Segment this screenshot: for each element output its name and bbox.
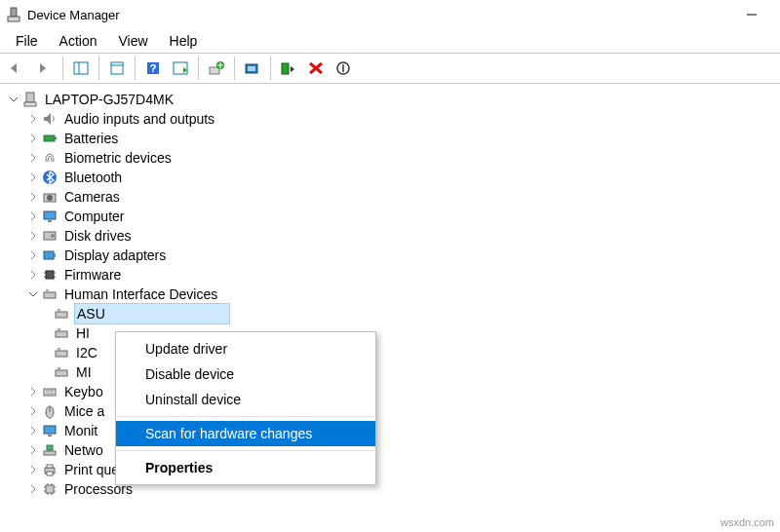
- svg-rect-52: [47, 445, 53, 450]
- camera-icon: [41, 189, 58, 205]
- svg-rect-43: [58, 367, 60, 370]
- device-label: ASU: [74, 303, 230, 324]
- category-label: Mice a: [62, 401, 106, 421]
- svg-rect-24: [48, 220, 52, 222]
- tree-category[interactable]: Firmware: [0, 265, 780, 285]
- category-label: Display adapters: [62, 246, 168, 265]
- display-adapter-icon: [41, 247, 58, 263]
- svg-rect-13: [248, 66, 255, 71]
- expand-icon[interactable]: [25, 189, 41, 205]
- mouse-icon: [41, 403, 58, 419]
- chip-icon: [41, 267, 58, 283]
- svg-point-26: [51, 234, 55, 238]
- properties-button[interactable]: [103, 55, 131, 82]
- audio-icon: [41, 111, 58, 127]
- expand-icon[interactable]: [25, 111, 41, 127]
- ctx-properties[interactable]: Properties: [116, 455, 375, 480]
- expand-icon[interactable]: [25, 170, 41, 185]
- expand-icon[interactable]: [25, 150, 41, 166]
- scan-hardware-button[interactable]: [239, 55, 266, 82]
- svg-rect-50: [48, 435, 52, 437]
- svg-rect-17: [24, 102, 36, 106]
- svg-rect-54: [47, 465, 53, 468]
- expand-icon[interactable]: [25, 403, 41, 419]
- bluetooth-icon: [41, 170, 58, 185]
- disk-icon: [41, 228, 58, 244]
- enable-device-button[interactable]: [275, 55, 302, 82]
- tree-category[interactable]: Biometric devices: [0, 148, 780, 168]
- minimize-button[interactable]: [729, 0, 774, 29]
- expand-icon[interactable]: [25, 131, 41, 146]
- tree-root[interactable]: LAPTOP-GJ57D4MK: [0, 90, 780, 109]
- expand-icon[interactable]: [25, 286, 41, 302]
- expand-icon[interactable]: [25, 462, 41, 477]
- svg-rect-38: [56, 331, 67, 337]
- ctx-separator: [118, 450, 373, 451]
- show-hide-tree-button[interactable]: [67, 55, 95, 82]
- menu-help[interactable]: Help: [160, 31, 208, 51]
- toolbar-separator: [62, 57, 63, 80]
- uninstall-device-button[interactable]: [302, 55, 330, 82]
- ctx-update-driver[interactable]: Update driver: [116, 336, 375, 361]
- tree-device-selected[interactable]: ASU: [0, 304, 780, 323]
- svg-rect-14: [282, 63, 289, 74]
- svg-rect-23: [44, 211, 56, 219]
- category-label: Biometric devices: [62, 148, 174, 168]
- svg-rect-39: [58, 328, 60, 331]
- titlebar: Device Manager: [0, 0, 780, 29]
- tree-root-label: LAPTOP-GJ57D4MK: [43, 90, 176, 109]
- ctx-uninstall-device[interactable]: Uninstall device: [116, 387, 375, 412]
- category-label: Disk drives: [62, 226, 133, 246]
- tree-category[interactable]: Cameras: [0, 187, 780, 207]
- category-label: Keybo: [62, 382, 105, 401]
- menu-file[interactable]: File: [6, 31, 48, 51]
- tree-category[interactable]: Disk drives: [0, 226, 780, 246]
- svg-text:?: ?: [150, 62, 157, 74]
- network-icon: [41, 442, 58, 458]
- hid-device-icon: [53, 325, 70, 341]
- help-button[interactable]: ?: [139, 55, 167, 82]
- expand-icon[interactable]: [25, 267, 41, 283]
- toolbar-separator: [270, 57, 271, 80]
- expand-icon[interactable]: [25, 442, 41, 458]
- ctx-scan-hardware[interactable]: Scan for hardware changes: [116, 421, 375, 446]
- expand-icon[interactable]: [25, 423, 41, 438]
- tree-category[interactable]: Display adapters: [0, 246, 780, 265]
- context-menu: Update driver Disable device Uninstall d…: [115, 331, 376, 485]
- svg-rect-9: [174, 62, 187, 74]
- expand-icon[interactable]: [25, 247, 41, 263]
- keyboard-icon: [41, 384, 58, 399]
- category-label: Bluetooth: [62, 168, 124, 187]
- svg-rect-36: [56, 312, 67, 318]
- category-label: Human Interface Devices: [62, 285, 219, 304]
- menu-view[interactable]: View: [108, 31, 157, 51]
- watermark: wsxdn.com: [721, 516, 774, 528]
- update-driver-button[interactable]: [203, 55, 230, 82]
- tree-category-hid[interactable]: Human Interface Devices: [0, 285, 780, 304]
- expand-icon[interactable]: [6, 92, 21, 107]
- menu-action[interactable]: Action: [50, 31, 107, 51]
- expand-icon[interactable]: [25, 384, 41, 399]
- cpu-icon: [41, 481, 58, 497]
- svg-rect-55: [47, 472, 53, 475]
- action-button[interactable]: [167, 55, 194, 82]
- ctx-separator: [118, 416, 373, 417]
- forward-button[interactable]: [31, 55, 58, 82]
- svg-rect-40: [56, 351, 67, 357]
- back-button[interactable]: [4, 55, 31, 82]
- toolbar-separator: [198, 57, 199, 80]
- svg-rect-5: [111, 62, 123, 74]
- expand-icon[interactable]: [25, 481, 41, 497]
- svg-rect-16: [26, 93, 34, 102]
- tree-category[interactable]: Audio inputs and outputs: [0, 109, 780, 129]
- category-label: Batteries: [62, 129, 120, 148]
- expand-icon[interactable]: [25, 209, 41, 224]
- expand-icon[interactable]: [25, 228, 41, 244]
- tree-category[interactable]: Batteries: [0, 129, 780, 148]
- hid-device-icon: [53, 345, 70, 361]
- tree-category[interactable]: Bluetooth: [0, 168, 780, 187]
- ctx-disable-device[interactable]: Disable device: [116, 361, 375, 387]
- disable-device-button[interactable]: [330, 55, 357, 82]
- monitor-icon: [41, 423, 58, 438]
- tree-category[interactable]: Computer: [0, 207, 780, 226]
